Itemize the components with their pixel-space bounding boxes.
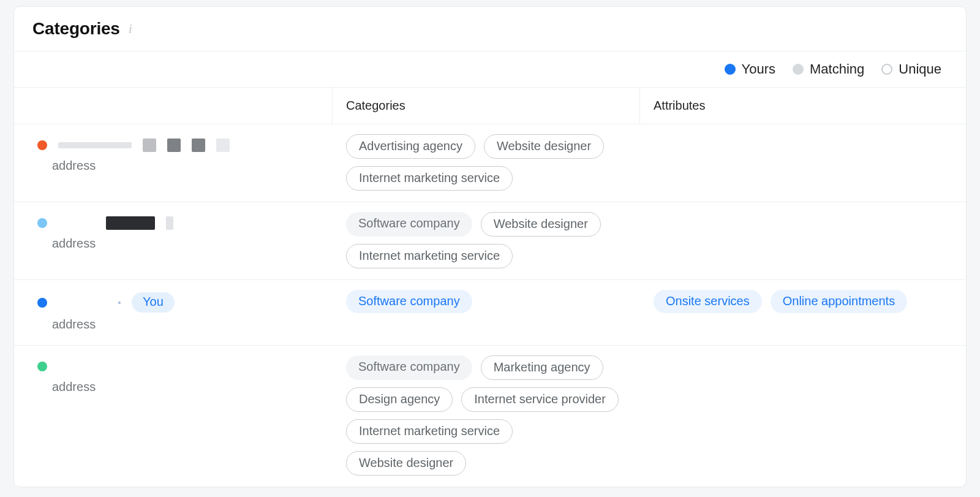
row-indicator-dot [37, 140, 47, 150]
redacted-block [192, 138, 205, 152]
cell-categories: Advertising agency Website designer Inte… [333, 134, 640, 191]
category-tag[interactable]: Software company [346, 212, 472, 237]
you-badge: You [132, 292, 175, 313]
you-marker-dot [118, 302, 121, 304]
attribute-tag[interactable]: Onsite services [654, 290, 762, 313]
redacted-name [106, 216, 155, 230]
category-tag[interactable]: Internet marketing service [346, 419, 513, 444]
category-tag[interactable]: Website designer [346, 451, 466, 476]
cell-business: address [14, 355, 333, 476]
table-row: address Software company Marketing agenc… [14, 346, 966, 487]
cell-categories: Software company [333, 290, 640, 334]
row-address: address [52, 317, 319, 332]
card-header: Categories i [14, 7, 966, 51]
cell-attributes [640, 212, 966, 268]
legend-dot-matching [793, 64, 804, 75]
redacted-name [58, 142, 132, 148]
category-tag[interactable]: Internet marketing service [346, 244, 513, 268]
row-indicator-dot [37, 362, 47, 371]
category-tag[interactable]: Internet service provider [461, 387, 619, 412]
row-indicator-dot [37, 298, 47, 308]
attribute-tag[interactable]: Online appointments [771, 290, 907, 313]
legend-unique-label: Unique [899, 61, 941, 77]
legend-yours[interactable]: Yours [725, 61, 775, 77]
cell-attributes [640, 134, 966, 191]
redacted-block [166, 216, 173, 230]
category-tag[interactable]: Software company [346, 355, 472, 380]
col-header-business [14, 88, 333, 124]
redacted-block [216, 138, 230, 152]
category-tag[interactable]: Marketing agency [481, 355, 603, 380]
row-address: address [52, 159, 319, 173]
table-row: address Software company Website designe… [14, 202, 966, 280]
info-icon[interactable]: i [129, 22, 132, 36]
category-tag[interactable]: Internet marketing service [346, 166, 513, 191]
category-tag[interactable]: Advertising agency [346, 134, 475, 159]
col-header-categories: Categories [333, 88, 640, 124]
legend-dot-unique [881, 64, 892, 75]
table-row: You address Software company Onsite serv… [14, 280, 966, 346]
cell-business: address [14, 212, 333, 268]
cell-attributes [640, 355, 966, 476]
row-indicator-dot [37, 218, 47, 228]
cell-categories: Software company Marketing agency Design… [333, 355, 640, 476]
legend-unique[interactable]: Unique [881, 61, 941, 77]
cell-business: You address [14, 290, 333, 334]
legend-yours-label: Yours [742, 61, 775, 77]
table-row: address Advertising agency Website desig… [14, 124, 966, 202]
legend-matching-label: Matching [810, 61, 864, 77]
redacted-block [167, 138, 181, 152]
legend-dot-yours [725, 64, 736, 75]
cell-business: address [14, 134, 333, 191]
redacted-block [143, 138, 156, 152]
col-header-attributes: Attributes [640, 88, 966, 124]
cell-categories: Software company Website designer Intern… [333, 212, 640, 268]
legend-matching[interactable]: Matching [793, 61, 864, 77]
category-tag[interactable]: Software company [346, 290, 472, 313]
row-address: address [52, 237, 319, 251]
card-title: Categories [32, 19, 120, 39]
category-tag[interactable]: Design agency [346, 387, 453, 412]
cell-attributes: Onsite services Online appointments [640, 290, 966, 334]
category-tag[interactable]: Website designer [481, 212, 601, 237]
category-tag[interactable]: Website designer [484, 134, 604, 159]
columns-header: Categories Attributes [14, 88, 966, 124]
legend-bar: Yours Matching Unique [14, 51, 966, 88]
categories-card: Categories i Yours Matching Unique Categ… [13, 6, 967, 487]
row-address: address [52, 380, 319, 394]
